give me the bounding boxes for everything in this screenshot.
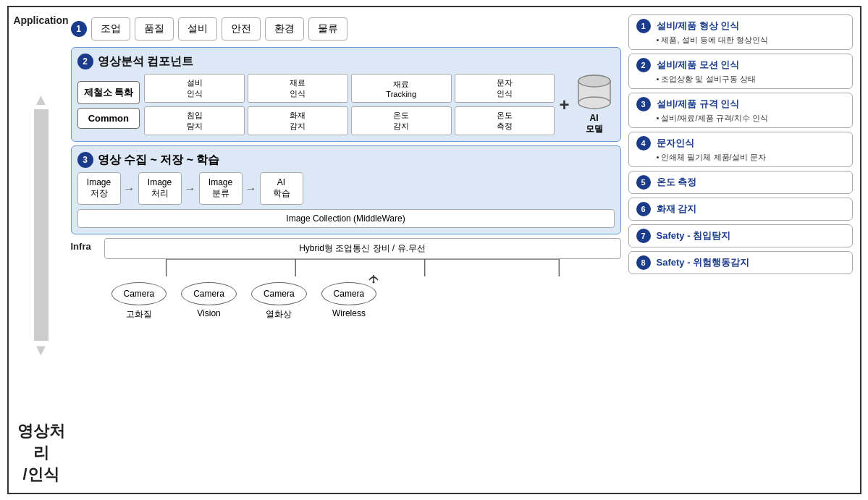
collection-block: 3 영상 수집 ~ 저장 ~ 학습 Image저장 → Image처리 → Im…	[71, 145, 621, 234]
down-arrow: ▼	[33, 341, 49, 360]
camera-item-3: Camera Wireless	[321, 282, 377, 318]
right-item-6: 6 화재 감지	[628, 198, 853, 221]
labels-col: 제철소 특화 Common	[77, 81, 140, 129]
common-label: Common	[77, 108, 140, 129]
plus-sign: +	[559, 95, 569, 115]
right-desc-4: • 인쇄체 필기체 제품/설비 문자	[636, 152, 845, 163]
right-num-5: 5	[636, 175, 651, 190]
app-badge: 1	[71, 21, 87, 37]
infra-content: Hybrid형 조업통신 장비 / 유.무선 Camera 고화질	[104, 238, 621, 323]
common-item-2: 온도감지	[351, 106, 452, 135]
main-container: Application ▲ ▼ 영상처리/인식 1 조업 품질 설비 안전 환경…	[7, 6, 861, 494]
camera-oval-1: Camera	[181, 282, 237, 305]
right-num-4: 4	[636, 136, 651, 151]
arrow-label-group: ▲ ▼	[33, 32, 49, 418]
app-box-5: 환경	[265, 17, 304, 41]
component-badge: 2	[77, 54, 93, 69]
right-title-2: 설비/제품 모션 인식	[657, 59, 740, 72]
component-header: 2 영상분석 컴포넌트	[77, 54, 615, 69]
common-item-1: 화재감지	[248, 106, 348, 135]
camera-oval-2: Camera	[251, 282, 307, 305]
right-title-5: 온도 측정	[657, 176, 697, 189]
app-box-3: 설비	[178, 17, 217, 41]
collection-header: 3 영상 수집 ~ 저장 ~ 학습	[77, 152, 615, 168]
right-num-3: 3	[636, 97, 651, 111]
hybrid-bar: Hybrid형 조업통신 장비 / 유.무선	[104, 238, 621, 259]
app-row: 1 조업 품질 설비 안전 환경 물류	[71, 14, 621, 43]
up-arrow: ▲	[33, 90, 49, 109]
camera-label-2: 열화상	[266, 308, 292, 321]
right-item-6-header: 6 화재 감지	[636, 202, 845, 216]
right-item-2-header: 2 설비/제품 모션 인식	[636, 58, 845, 72]
infra-label: Infra	[71, 238, 100, 252]
camera-item-2: Camera 열화상	[251, 282, 307, 321]
component-title: 영상분석 컴포넌트	[98, 54, 193, 69]
common-item-3: 온도측정	[455, 106, 555, 135]
ai-model: AI 모델	[574, 74, 615, 135]
grids-col: 설비인식 재료인식 재료Tracking 문자인식 침입탐지 화재감지 온도감지…	[144, 74, 555, 135]
right-num-7: 7	[636, 229, 651, 243]
app-box-2: 품질	[135, 17, 174, 41]
right-item-1-header: 1 설비/제품 형상 인식	[636, 19, 845, 33]
camera-label-0: 고화질	[126, 308, 152, 321]
cylinder-icon	[574, 74, 615, 111]
right-num-1: 1	[636, 19, 651, 33]
center-section: 1 조업 품질 설비 안전 환경 물류 2 영상분석 컴포넌트	[71, 14, 621, 486]
right-num-8: 8	[636, 255, 651, 270]
common-item-0: 침입탐지	[144, 106, 245, 135]
right-num-6: 6	[636, 202, 651, 216]
vertical-section: Application ▲ ▼ 영상처리/인식	[16, 14, 67, 486]
right-item-7-header: 7 Safety - 침입탐지	[636, 229, 845, 243]
right-item-5-header: 5 온도 측정	[636, 175, 845, 190]
right-title-3: 설비/제품 규격 인식	[657, 98, 740, 111]
right-title-6: 화재 감지	[657, 203, 697, 216]
left-panel: Application ▲ ▼ 영상처리/인식 1 조업 품질 설비 안전 환경…	[16, 14, 621, 486]
right-item-3: 3 설비/제품 규격 인식 • 설비/재료/제품 규격/치수 인식	[628, 93, 853, 128]
steel-item-0: 설비인식	[144, 74, 245, 103]
right-item-3-header: 3 설비/제품 규격 인식	[636, 97, 845, 111]
arrow-0: →	[124, 182, 135, 195]
app-boxes: 조업 품질 설비 안전 환경 물류	[91, 17, 621, 41]
steel-grid: 설비인식 재료인식 재료Tracking 문자인식	[144, 74, 555, 103]
component-inner: 제철소 특화 Common 설비인식 재료인식 재료Tracking 문자인식 …	[77, 74, 615, 135]
camera-label-1: Vision	[197, 308, 220, 318]
camera-oval-0: Camera	[111, 282, 167, 305]
collection-title: 영상 수집 ~ 저장 ~ 학습	[98, 153, 220, 168]
arrow-shaft	[34, 109, 49, 341]
ai-text: AI 모델	[586, 113, 603, 135]
right-item-2: 2 설비/제품 모션 인식 • 조업상황 및 설비구동 상태	[628, 54, 853, 89]
right-title-1: 설비/제품 형상 인식	[657, 20, 740, 33]
collection-badge: 3	[77, 152, 93, 168]
app-box-1: 조업	[91, 17, 130, 41]
flow-box-2: Image분류	[199, 172, 243, 205]
app-label: Application	[13, 14, 68, 26]
app-box-6: 물류	[308, 17, 347, 41]
middleware-bar: Image Collection (MiddleWare)	[77, 209, 615, 228]
right-title-4: 문자인식	[657, 137, 694, 150]
svg-point-5	[578, 75, 610, 87]
flow-row: Image저장 → Image처리 → Image분류 → AI학습	[77, 172, 615, 205]
right-title-7: Safety - 침입탐지	[657, 229, 731, 242]
flow-box-3: AI학습	[260, 172, 303, 205]
main-label: 영상처리/인식	[16, 420, 67, 486]
flow-box-1: Image처리	[138, 172, 182, 205]
right-num-2: 2	[636, 58, 651, 72]
arrow-1: →	[185, 182, 196, 195]
camera-oval-3: Camera	[321, 282, 377, 305]
right-item-4-header: 4 문자인식	[636, 136, 845, 151]
component-block: 2 영상분석 컴포넌트 제철소 특화 Common 설비인식 재료인식 재료Tr…	[71, 47, 621, 142]
right-desc-1: • 제품, 설비 등에 대한 형상인식	[636, 35, 845, 46]
right-panel: 1 설비/제품 형상 인식 • 제품, 설비 등에 대한 형상인식 2 설비/제…	[628, 14, 853, 486]
camera-item-0: Camera 고화질	[111, 282, 167, 321]
right-desc-3: • 설비/재료/제품 규격/치수 인식	[636, 113, 845, 124]
svg-point-2	[578, 97, 610, 109]
steel-item-1: 재료인식	[248, 74, 348, 103]
right-item-7: 7 Safety - 침입탐지	[628, 224, 853, 247]
right-item-4: 4 문자인식 • 인쇄체 필기체 제품/설비 문자	[628, 132, 853, 167]
wireless-icon	[367, 271, 380, 284]
arrow-2: →	[245, 182, 257, 195]
camera-item-1: Camera Vision	[181, 282, 237, 318]
right-item-8-header: 8 Safety - 위험행동감지	[636, 255, 845, 270]
infra-section: Infra Hybrid형 조업통신 장비 / 유.무선 Camera	[71, 238, 621, 323]
svg-point-11	[373, 281, 375, 284]
